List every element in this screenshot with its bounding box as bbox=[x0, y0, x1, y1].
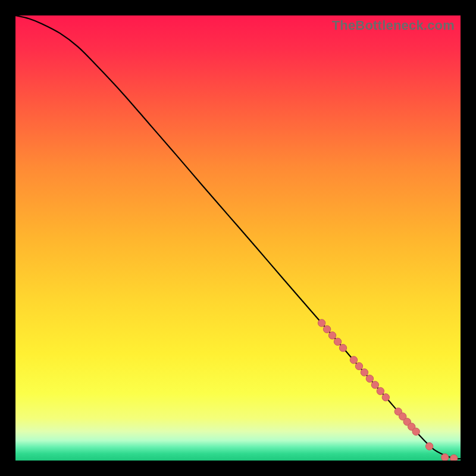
watermark-text: TheBottleneck.com bbox=[332, 18, 455, 33]
chart-marker bbox=[371, 381, 378, 389]
chart-marker bbox=[334, 338, 341, 345]
plot-area: TheBottleneck.com bbox=[15, 15, 461, 461]
chart-marker bbox=[450, 455, 458, 461]
chart-overlay bbox=[15, 15, 461, 461]
chart-marker bbox=[318, 320, 325, 327]
chart-marker bbox=[361, 369, 368, 376]
chart-marker bbox=[377, 387, 384, 394]
chart-marker bbox=[355, 362, 362, 369]
chart-marker bbox=[366, 375, 373, 382]
chart-marker bbox=[339, 345, 346, 352]
chart-curve bbox=[15, 15, 461, 459]
chart-marker bbox=[328, 332, 336, 339]
chart-marker bbox=[323, 325, 330, 333]
chart-marker bbox=[441, 454, 449, 461]
chart-marker bbox=[425, 443, 433, 450]
chart-marker bbox=[382, 394, 389, 401]
chart-markers bbox=[318, 320, 458, 461]
chart-frame: TheBottleneck.com bbox=[0, 0, 476, 476]
chart-marker bbox=[412, 428, 419, 435]
chart-marker bbox=[350, 356, 357, 364]
